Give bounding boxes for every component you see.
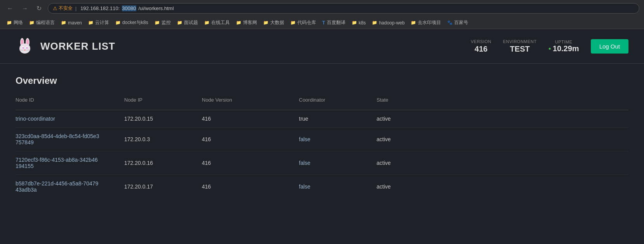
address-bar[interactable]: ⚠ 不安全 | 192.168.182.110:30080/ui/workers…	[48, 3, 639, 14]
reload-button[interactable]: ↻	[34, 4, 44, 13]
folder-icon: 📁	[115, 20, 121, 25]
table-row: 7120ecf3-f86c-4153-ab8a-342b46 194155 17…	[16, 151, 628, 175]
main-content: Overview Node ID Node IP Node Version Co…	[0, 64, 644, 210]
bookmarks-bar: 📁 网络 📁 编程语言 📁 maven 📁 云计算 📁 docker与k8s 📁…	[0, 17, 644, 29]
bookmark-bigdata[interactable]: 📁 大数据	[260, 19, 287, 27]
bookmark-hadoop[interactable]: 📁 hadoop-web	[369, 19, 407, 26]
translate-icon: T	[322, 20, 325, 26]
cell-coordinator-2: false	[299, 128, 377, 151]
cell-node-ip-1: 172.20.0.15	[124, 110, 202, 127]
folder-icon: 📁	[290, 20, 296, 25]
folder-icon: 📁	[29, 20, 35, 25]
svg-point-4	[19, 43, 30, 54]
bookmark-interview[interactable]: 📁 面试题	[174, 19, 201, 27]
bookmark-tools[interactable]: 📁 在线工具	[201, 19, 233, 27]
cell-node-id-2: 323cd0aa-85d4-4deb-8c54-fd05e3 757849	[16, 128, 124, 151]
col-header-coordinator: Coordinator	[299, 94, 377, 106]
folder-icon: 📁	[236, 20, 241, 25]
bookmark-baidu-translate[interactable]: T 百度翻译	[319, 19, 348, 27]
bookmark-watermark[interactable]: 📁 去水印项目	[408, 19, 444, 27]
header-meta: VERSION 416 ENVIRONMENT TEST UPTIME ● 10…	[471, 39, 628, 54]
overview-title: Overview	[16, 75, 628, 86]
table-header: Node ID Node IP Node Version Coordinator…	[16, 94, 628, 110]
folder-icon: 📁	[88, 20, 94, 25]
browser-toolbar: ← → ↻ ⚠ 不安全 | 192.168.182.110:30080/ui/w…	[0, 0, 644, 17]
cell-state-1: active	[377, 110, 454, 127]
cell-node-id-1: trino-coordinator	[16, 110, 124, 127]
forward-button[interactable]: →	[19, 4, 30, 13]
folder-icon: 📁	[263, 20, 269, 25]
folder-icon: 📁	[372, 20, 377, 25]
header-logo: WORKER LIST	[16, 37, 115, 55]
warning-icon: ⚠	[53, 5, 57, 11]
cell-state-3: active	[377, 151, 454, 175]
cell-node-id-4: b587db7e-221d-4456-a5a8-70479 43adb3a	[16, 175, 124, 198]
security-warning: ⚠ 不安全 |	[53, 5, 78, 12]
col-header-node-id: Node ID	[16, 94, 124, 106]
cell-coordinator-3: false	[299, 151, 377, 175]
cell-state-2: active	[377, 128, 454, 151]
paw-icon: 🐾	[447, 20, 453, 25]
cell-coordinator-4: false	[299, 175, 377, 198]
app-title: WORKER LIST	[40, 40, 115, 52]
app-container: WORKER LIST VERSION 416 ENVIRONMENT TEST…	[0, 29, 644, 244]
svg-point-9	[23, 47, 23, 48]
cell-coordinator-1: true	[299, 110, 377, 127]
environment-value: TEST	[510, 45, 530, 54]
table-row: trino-coordinator 172.20.0.15 416 true a…	[16, 110, 628, 128]
folder-icon: 📁	[411, 20, 416, 25]
cell-node-version-2: 416	[202, 128, 299, 151]
cell-node-ip-3: 172.20.0.16	[124, 151, 202, 175]
svg-point-7	[23, 47, 24, 49]
browser-chrome: ← → ↻ ⚠ 不安全 | 192.168.182.110:30080/ui/w…	[0, 0, 644, 29]
version-info: VERSION 416	[471, 39, 491, 54]
cell-node-ip-2: 172.20.0.3	[124, 128, 202, 151]
cell-node-version-1: 416	[202, 110, 299, 127]
logout-button[interactable]: Log Out	[591, 39, 628, 54]
svg-point-8	[26, 47, 28, 49]
cell-node-version-4: 416	[202, 175, 299, 198]
page-header: WORKER LIST VERSION 416 ENVIRONMENT TEST…	[0, 29, 644, 64]
address-highlight: 30080	[122, 5, 136, 11]
bookmark-cloud[interactable]: 📁 云计算	[85, 19, 112, 27]
back-button[interactable]: ←	[5, 4, 16, 13]
bookmark-baijiahao[interactable]: 🐾 百家号	[444, 19, 471, 27]
version-value: 416	[475, 45, 488, 54]
col-header-state: State	[377, 94, 454, 106]
table-row: 323cd0aa-85d4-4deb-8c54-fd05e3 757849 17…	[16, 128, 628, 151]
cell-state-4: active	[377, 175, 454, 198]
svg-point-10	[27, 47, 27, 48]
address-prefix: 192.168.182.110:	[80, 5, 120, 11]
svg-point-11	[24, 50, 26, 50]
folder-icon: 📁	[177, 20, 182, 25]
cell-node-version-3: 416	[202, 151, 299, 175]
bookmark-monitor[interactable]: 📁 监控	[152, 19, 174, 27]
uptime-dot: ●	[549, 46, 551, 51]
environment-label: ENVIRONMENT	[503, 39, 537, 44]
cell-node-id-3: 7120ecf3-f86c-4153-ab8a-342b46 194155	[16, 151, 124, 175]
folder-icon: 📁	[352, 20, 357, 25]
cell-node-ip-4: 172.20.0.17	[124, 175, 202, 198]
folder-icon: 📁	[7, 20, 12, 25]
environment-info: ENVIRONMENT TEST	[503, 39, 537, 54]
folder-icon: 📁	[154, 20, 160, 25]
bookmark-blog[interactable]: 📁 博客网	[233, 19, 260, 27]
address-suffix: /ui/workers.html	[139, 5, 174, 11]
folder-icon: 📁	[61, 20, 66, 25]
uptime-value: 10.29m	[553, 44, 579, 53]
bookmark-maven[interactable]: 📁 maven	[58, 19, 85, 26]
bookmark-code[interactable]: 📁 代码仓库	[288, 19, 319, 27]
bookmark-k8s[interactable]: 📁 k8s	[349, 19, 369, 26]
bunny-logo	[16, 37, 34, 55]
col-header-node-ip: Node IP	[124, 94, 202, 106]
uptime-label: UPTIME	[555, 40, 573, 44]
version-label: VERSION	[471, 39, 491, 44]
bookmark-programming[interactable]: 📁 编程语言	[26, 19, 57, 27]
workers-table: Node ID Node IP Node Version Coordinator…	[16, 94, 628, 198]
bookmark-network[interactable]: 📁 网络	[4, 19, 26, 27]
table-row: b587db7e-221d-4456-a5a8-70479 43adb3a 17…	[16, 175, 628, 198]
folder-icon: 📁	[204, 20, 210, 25]
col-header-node-version: Node Version	[202, 94, 299, 106]
uptime-info: UPTIME ● 10.29m	[549, 40, 579, 53]
bookmark-docker[interactable]: 📁 docker与k8s	[113, 19, 151, 27]
